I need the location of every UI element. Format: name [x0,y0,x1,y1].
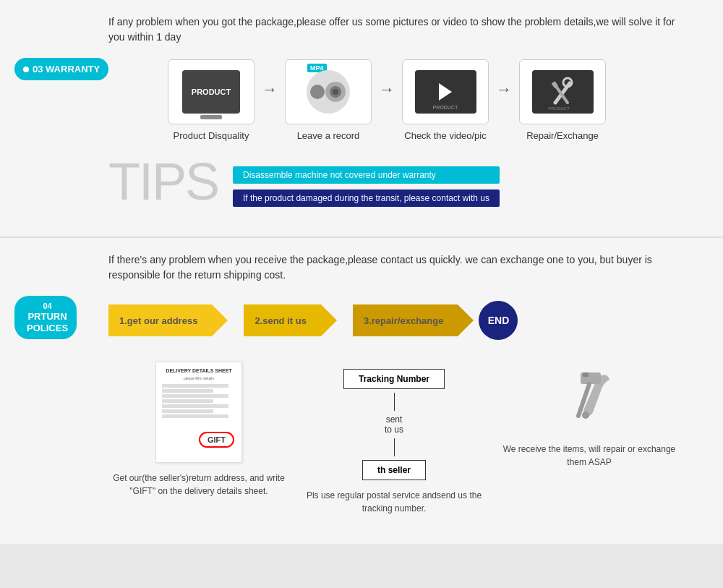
flow-item-product: PRODUCT Product Disquality [168,59,254,141]
col2-text: Pls use regular postal service andsend u… [304,489,484,515]
sheet-line-5 [162,404,228,408]
sheet-lines [162,384,236,418]
tracking-seller-box: th seller [362,460,426,480]
sheet-line-6 [162,409,213,413]
sheet-line-3 [162,394,228,398]
flow-label-product: Product Disquality [174,130,249,141]
sheet-line-2 [162,389,213,393]
mp4-icon-box: MP4 [285,59,372,124]
wrench-area [553,362,625,434]
tool-icon: PRODUCT [532,70,594,114]
end-badge: END [479,301,518,340]
arrow-1: → [262,80,278,99]
gift-badge: GIFT [199,432,234,448]
col1-text: Get our(the seller's)return address, and… [108,472,289,498]
col-tracking: Tracking Number sent to us th seller Pls… [304,362,484,515]
bottom-cols: DELIVERY DETAILS SHEET please fill in de… [108,362,680,515]
sheet-line-1 [162,384,228,388]
arrow-2: → [379,80,395,99]
step-3: 3.repair/exchange [353,304,458,336]
video-play-btn [439,83,452,101]
mp4-device [307,70,350,114]
tracking-line-2 [394,438,395,456]
return-badge: 04 PRTURN POLICES [14,296,77,339]
tracking-number-box: Tracking Number [343,369,445,389]
process-flow: 1.get our address 2.send it us 3.repair/… [108,301,680,340]
step-2: 2.send it us [244,304,321,336]
arrow-3: → [496,80,512,99]
flow-item-video: PRODUCT Check the video/pic [402,59,489,141]
sheet-subtitle: please fill in details [162,376,236,380]
step-1: 1.get our address [108,304,212,336]
svg-text:PRODUCT: PRODUCT [548,106,570,111]
tracking-diagram: Tracking Number sent to us th seller [343,369,445,480]
flow-label-video: Check the video/pic [404,130,486,141]
sheet-title: DELIVERY DETAILS SHEET [162,368,236,373]
badge-dot [23,67,29,72]
warranty-badge: 03 WARRANTY [14,58,108,80]
col3-text: We receive the items, will repair or exc… [499,443,680,469]
tips-badge-transit: If the product damaged during the transi… [233,189,500,207]
product-icon: PRODUCT [182,70,240,114]
video-icon: PRODUCT [415,70,476,114]
col-repair: We receive the items, will repair or exc… [499,362,680,515]
sheet-line-4 [162,399,213,403]
return-badge-text: 04 PRTURN POLICES [27,302,68,333]
flow-item-mp4: MP4 Leave a record [285,59,372,141]
sheet-line-7 [162,414,228,418]
svg-point-12 [582,412,589,419]
product-icon-box: PRODUCT [168,59,254,124]
col-delivery: DELIVERY DETAILS SHEET please fill in de… [108,362,289,515]
warranty-flow: PRODUCT Product Disquality → MP4 [108,59,665,141]
svg-point-2 [333,89,338,95]
video-icon-box: PRODUCT [402,59,489,124]
return-intro-text: If there's any problem when you receive … [108,252,680,283]
video-label-sm: PRODUCT [415,105,476,110]
svg-rect-10 [583,372,589,377]
delivery-sheet: DELIVERY DETAILS SHEET please fill in de… [155,362,242,463]
flow-label-tool: Repair/Exchange [526,130,599,141]
flow-item-tool: PRODUCT Repair/Exchange [519,59,606,141]
tracking-sent-label: sent to us [385,414,403,435]
warranty-intro-text: If any problem when you got the package,… [108,14,680,45]
tips-badges: Disassemble machine not covered under wa… [233,166,500,207]
tips-title: TIPS [108,155,218,208]
tool-icon-box: PRODUCT [519,59,606,124]
page-wrapper: If any problem when you got the package,… [0,0,723,544]
tips-badge-warranty: Disassemble machine not covered under wa… [233,166,500,184]
warranty-section: If any problem when you got the package,… [0,0,723,238]
tips-section: TIPS Disassemble machine not covered und… [108,155,680,208]
flow-label-mp4: Leave a record [297,130,360,141]
wrench-svg [553,362,625,434]
return-section: If there's any problem when you receive … [0,238,723,544]
tracking-line-1 [394,393,395,411]
